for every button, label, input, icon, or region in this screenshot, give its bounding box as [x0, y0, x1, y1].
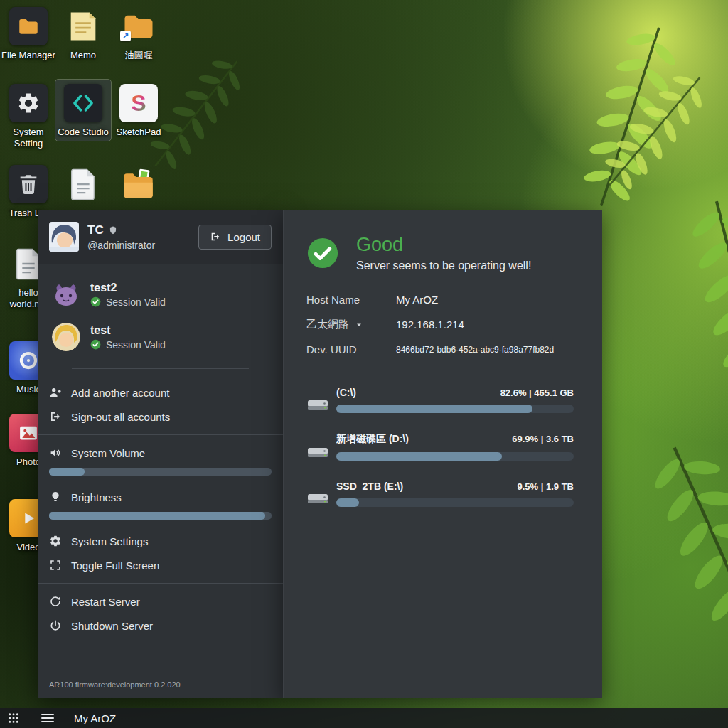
desktop-screen: File Manager Memo ↗ 油圖喔 System Setting C… [0, 0, 728, 728]
menu-item-restart-server[interactable]: Restart Server [49, 589, 272, 614]
desktop-icon-sketchpad[interactable]: S SketchPad [111, 80, 166, 141]
desktop-icon-code-studio[interactable]: Code Studio [55, 80, 111, 141]
hdd-icon [306, 396, 329, 413]
account-row-test[interactable]: test Session Valid [38, 316, 283, 358]
power-section: Restart Server Shutdown Server [38, 584, 283, 643]
account-row-test2[interactable]: test2 Session Valid [38, 273, 283, 316]
server-status-detail: Server seems to be operating well! [356, 259, 531, 272]
account-info: test2 Session Valid [90, 282, 166, 308]
gear-icon [9, 84, 48, 122]
hdd-icon [306, 444, 329, 461]
icon-label: Video [16, 542, 40, 553]
desktop-icon-memo[interactable]: Memo [55, 3, 111, 64]
user-handle: @administrator [87, 240, 155, 251]
volume-slider[interactable] [49, 468, 272, 476]
chevron-down-icon [354, 320, 364, 330]
disk-usage-fill [336, 498, 359, 507]
disk-info: 新增磁碟區 (D:\) 69.9% | 3.6 TB [336, 433, 574, 461]
desktop-icon-folder-document[interactable] [111, 161, 166, 210]
username: TC [87, 223, 104, 237]
taskbar-title: My ArOZ [74, 712, 116, 724]
system-controls-section: System Volume Brightness System Settings… [38, 435, 283, 583]
account-name: test [90, 324, 166, 337]
icon-label: File Manager [1, 50, 55, 61]
document-icon [64, 165, 102, 203]
disk-usage-fill [336, 452, 502, 461]
menu-item-shutdown-server[interactable]: Shutdown Server [49, 614, 272, 638]
file-manager-icon [9, 7, 48, 46]
account-avatar [52, 323, 80, 351]
icon-label: Photo [16, 456, 41, 468]
icon-label: Memo [70, 50, 96, 61]
session-status: Session Valid [106, 296, 166, 308]
disk-name: (C:\) [336, 387, 356, 398]
info-row-hostname: Host Name My ArOZ [306, 294, 574, 306]
logout-button[interactable]: Logout [198, 225, 272, 250]
shortcut-arrow-icon: ↗ [120, 31, 131, 41]
user-panel-header: TC @administrator Logout [38, 210, 283, 264]
app-grid-button[interactable] [7, 712, 20, 724]
server-status-header: Good Server seems to be operating well! [306, 234, 574, 272]
person-add-icon [49, 386, 62, 399]
hamburger-icon [41, 714, 54, 722]
logout-icon [210, 231, 221, 242]
user-avatar [49, 222, 79, 252]
brightness-slider-fill [49, 512, 265, 520]
sketchpad-logo: S [131, 90, 146, 117]
trash-icon [9, 165, 48, 203]
icon-label: Code Studio [58, 127, 109, 138]
disk-usage-stats: 82.6% | 465.1 GB [500, 387, 574, 398]
menu-item-brightness[interactable]: Brightness [49, 485, 272, 509]
session-status: Session Valid [106, 339, 166, 350]
info-label: Host Name [306, 294, 396, 306]
brightness-bulb-icon [49, 491, 62, 503]
server-status: Good [356, 234, 531, 256]
desktop-icon-folder-shortcut[interactable]: ↗ 油圖喔 [111, 3, 166, 64]
desktop-icon-document[interactable] [55, 161, 111, 210]
disk-usage-stats: 9.5% | 1.9 TB [517, 481, 574, 492]
disk-item-e: SSD_2TB (E:\) 9.5% | 1.9 TB [306, 481, 574, 507]
icon-label: Music [16, 384, 41, 395]
disk-name: 新增磁碟區 (D:\) [336, 433, 409, 446]
gear-icon [49, 535, 62, 547]
icon-label: System Setting [1, 127, 56, 150]
menu-item-toggle-fullscreen[interactable]: Toggle Full Screen [49, 553, 272, 577]
app-grid-icon [7, 712, 20, 724]
icon-label: SketchPad [117, 127, 161, 138]
info-row-network: 乙太網路 192.168.1.214 [306, 318, 574, 331]
menu-item-system-settings[interactable]: System Settings [49, 529, 272, 553]
account-list: test2 Session Valid test [38, 264, 283, 363]
taskbar: My ArOZ [0, 708, 728, 728]
disk-name: SSD_2TB (E:\) [336, 481, 403, 492]
disk-item-d: 新增磁碟區 (D:\) 69.9% | 3.6 TB [306, 433, 574, 461]
status-panel: Good Server seems to be operating well! … [283, 210, 602, 698]
desktop-icon-system-setting[interactable]: System Setting [1, 80, 56, 153]
network-interface-dropdown[interactable]: 乙太網路 [306, 318, 396, 331]
desktop-icon-file-manager[interactable]: File Manager [1, 3, 56, 64]
disk-usage-stats: 69.9% | 3.6 TB [512, 434, 574, 444]
menu-item-signout-all[interactable]: Sign-out all accounts [49, 405, 272, 429]
volume-icon [49, 446, 62, 459]
firmware-version: AR100 firmware:development 0.2.020 [38, 673, 283, 698]
user-identity: TC @administrator [87, 223, 155, 251]
status-text-block: Good Server seems to be operating well! [356, 234, 531, 272]
disk-info: (C:\) 82.6% | 465.1 GB [336, 387, 574, 413]
shield-icon [108, 225, 118, 235]
menu-item-add-account[interactable]: Add another account [49, 380, 272, 405]
signout-icon [49, 410, 62, 423]
session-valid-check-icon [90, 339, 101, 350]
status-ok-check-icon [306, 237, 339, 269]
menu-button[interactable] [20, 714, 54, 722]
disk-item-c: (C:\) 82.6% | 465.1 GB [306, 387, 574, 413]
sketchpad-icon: S [119, 84, 158, 122]
divider [72, 368, 249, 369]
disk-usage-bar [336, 498, 574, 507]
menu-item-system-volume[interactable]: System Volume [49, 441, 272, 465]
brightness-slider[interactable] [49, 512, 272, 520]
disk-usage-bar [336, 452, 574, 461]
divider [306, 368, 574, 368]
account-avatar [52, 280, 80, 309]
icon-label: 油圖喔 [125, 50, 153, 61]
disk-info: SSD_2TB (E:\) 9.5% | 1.9 TB [336, 481, 574, 507]
volume-slider-fill [49, 468, 85, 476]
